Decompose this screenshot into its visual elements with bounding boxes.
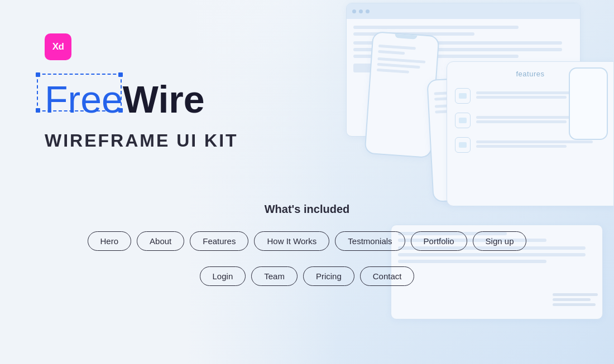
whats-included-title: What's included bbox=[265, 203, 350, 216]
tags-row-1: HeroAboutFeaturesHow It WorksTestmonials… bbox=[88, 231, 527, 251]
brand-container: FreeWire bbox=[45, 80, 205, 118]
xd-logo: Xd bbox=[45, 33, 71, 60]
brand-wire: Wire bbox=[123, 80, 205, 118]
tag-sign-up[interactable]: Sign up bbox=[473, 231, 527, 251]
tag-login[interactable]: Login bbox=[200, 266, 246, 286]
whats-included-section: What's included HeroAboutFeaturesHow It … bbox=[0, 203, 614, 286]
tag-about[interactable]: About bbox=[137, 231, 184, 251]
tag-pricing[interactable]: Pricing bbox=[303, 266, 354, 286]
brand-name: FreeWire bbox=[45, 80, 205, 118]
tag-contact[interactable]: Contact bbox=[360, 266, 415, 286]
main-content: Xd FreeWire WIREFRAME UI KIT bbox=[0, 0, 614, 364]
tagline: WIREFRAME UI KIT bbox=[45, 130, 238, 151]
tags-row-2: LoginTeamPricingContact bbox=[200, 266, 415, 286]
tag-portfolio[interactable]: Portfolio bbox=[411, 231, 467, 251]
tag-features[interactable]: Features bbox=[190, 231, 248, 251]
tag-hero[interactable]: Hero bbox=[88, 231, 132, 251]
xd-logo-text: Xd bbox=[52, 41, 64, 52]
tag-how-it-works[interactable]: How It Works bbox=[254, 231, 329, 251]
brand-free: Free bbox=[45, 80, 123, 118]
tag-testimonials[interactable]: Testmonials bbox=[335, 231, 405, 251]
tag-team[interactable]: Team bbox=[251, 266, 298, 286]
